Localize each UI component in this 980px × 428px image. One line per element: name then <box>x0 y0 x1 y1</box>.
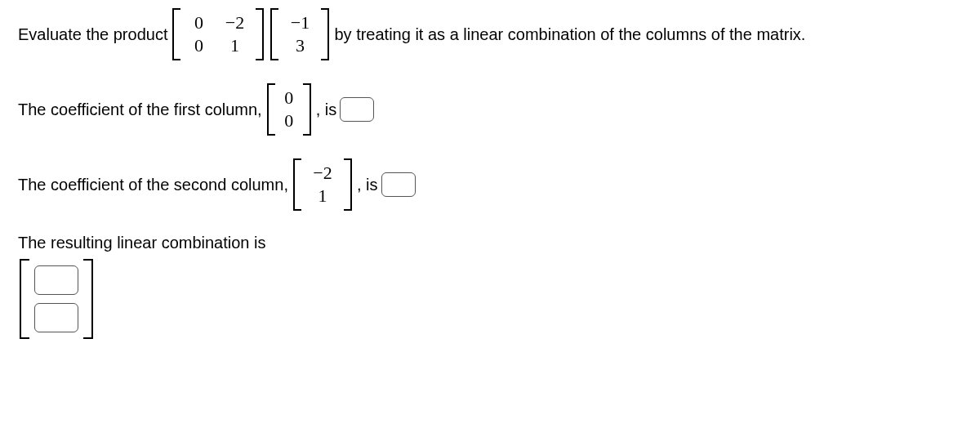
part3-text: The resulting linear combination is <box>16 234 268 252</box>
first-column-cell: 0 <box>277 109 301 132</box>
part3-line: The resulting linear combination is <box>16 234 964 252</box>
result-vector <box>20 259 93 339</box>
part2-prefix: The coefficient of the second column, <box>16 176 290 194</box>
result-vector-row <box>16 259 964 339</box>
matrix-A-cell: 0 <box>182 34 215 57</box>
result-entry-1-input[interactable] <box>34 265 78 295</box>
matrix-A-cell: −2 <box>215 11 254 34</box>
result-entry-2-input[interactable] <box>34 303 78 332</box>
vector-B-cell: −1 <box>280 11 319 34</box>
part1-prefix: The coefficient of the first column, <box>16 100 264 119</box>
matrix-A: 0 −2 0 1 <box>172 8 264 60</box>
first-column-cell: 0 <box>277 87 301 109</box>
coefficient-2-input[interactable] <box>381 172 416 197</box>
problem-suffix: by treating it as a linear combination o… <box>332 25 807 44</box>
coefficient-1-input[interactable] <box>340 97 374 122</box>
part1-mid: , is <box>314 100 339 119</box>
part2-line: The coefficient of the second column, −2… <box>16 158 964 211</box>
part1-line: The coefficient of the first column, 0 0… <box>16 83 964 136</box>
matrix-A-cell: 1 <box>215 34 254 57</box>
part2-mid: , is <box>355 176 380 194</box>
second-column-cell: 1 <box>303 185 342 207</box>
problem-statement: Evaluate the product 0 −2 0 1 −1 3 by tr… <box>16 8 964 60</box>
problem-prefix: Evaluate the product <box>16 25 169 44</box>
vector-B: −1 3 <box>270 8 329 60</box>
vector-B-cell: 3 <box>280 34 319 57</box>
second-column-vector: −2 1 <box>293 158 352 211</box>
first-column-vector: 0 0 <box>267 83 311 136</box>
matrix-A-cell: 0 <box>182 11 215 34</box>
second-column-cell: −2 <box>303 162 342 185</box>
